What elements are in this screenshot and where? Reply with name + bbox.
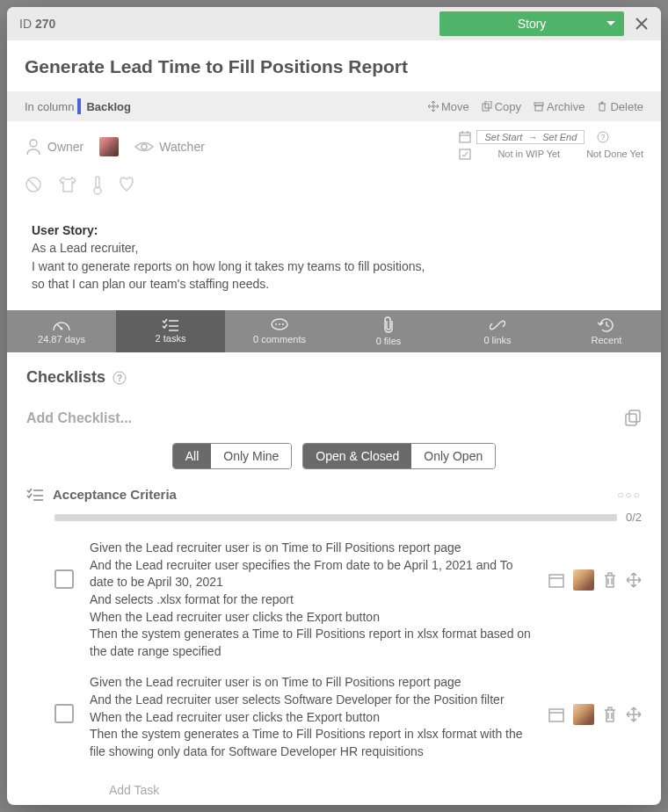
type-label: Story <box>518 17 547 31</box>
filter-open-closed[interactable]: Open & Closed <box>303 444 411 468</box>
template-button[interactable] <box>624 410 642 427</box>
move-icon[interactable] <box>626 707 642 722</box>
link-icon <box>490 317 505 333</box>
archive-icon <box>534 101 544 112</box>
filter-mine[interactable]: Only Mine <box>211 444 291 468</box>
trash-icon[interactable] <box>603 572 617 588</box>
calendar-icon[interactable] <box>548 572 564 588</box>
svg-point-4 <box>30 140 37 147</box>
card-modal: ID 270 Story Generate Lead Time to Fill … <box>7 7 661 805</box>
column-color-bar <box>77 98 81 114</box>
task-checkbox[interactable] <box>54 569 74 589</box>
block-icon[interactable] <box>25 176 42 195</box>
move-icon[interactable] <box>626 572 642 588</box>
svg-rect-3 <box>535 105 542 111</box>
id-value: 270 <box>35 17 55 31</box>
svg-rect-20 <box>626 414 636 425</box>
schedule-block: Set Start → Set End ? Not in WIP Yet Not… <box>459 130 643 163</box>
help-icon[interactable]: ? <box>113 371 127 385</box>
person-icon <box>25 138 42 156</box>
checklist-icon <box>26 489 44 501</box>
checklists-header: Checklists ? <box>7 352 661 402</box>
svg-rect-23 <box>549 709 563 721</box>
tab-files[interactable]: 0 files <box>334 310 443 352</box>
copy-button[interactable]: Copy <box>482 100 521 113</box>
card-title[interactable]: Generate Lead Time to Fill Positions Rep… <box>7 40 661 91</box>
svg-rect-22 <box>549 575 563 587</box>
description-line: As a Lead recruiter, <box>32 239 636 257</box>
gauge-icon <box>52 318 71 332</box>
add-task-button[interactable]: Add Task <box>26 767 642 805</box>
column-row: In column Backlog Move Copy Archive Dele… <box>7 91 661 121</box>
svg-point-15 <box>275 323 277 325</box>
thermometer-icon[interactable] <box>93 176 102 195</box>
task-text[interactable]: Given the Lead recruiter user is on Time… <box>90 540 533 660</box>
tab-recent[interactable]: Recent <box>552 310 661 352</box>
description-heading: User Story: <box>32 221 636 239</box>
eye-icon <box>134 141 154 153</box>
add-checklist-input[interactable]: Add Checklist... <box>26 410 132 426</box>
history-icon <box>598 317 615 333</box>
modal-header: ID 270 Story <box>7 7 661 40</box>
trash-icon[interactable] <box>603 707 617 722</box>
task-assignee-avatar[interactable] <box>573 704 594 725</box>
trash-icon <box>597 101 607 112</box>
chevron-down-icon <box>606 21 615 26</box>
chat-icon <box>271 318 288 332</box>
archive-button[interactable]: Archive <box>534 100 584 113</box>
date-range-input[interactable]: Set Start → Set End <box>476 130 584 144</box>
svg-point-5 <box>142 144 147 149</box>
filter-open[interactable]: Only Open <box>411 444 495 468</box>
task-assignee-avatar[interactable] <box>573 569 594 591</box>
tab-days[interactable]: 24.87 days <box>7 310 116 352</box>
filter-row: All Only Mine Open & Closed Only Open <box>7 439 661 482</box>
svg-text:?: ? <box>117 373 122 383</box>
heart-icon[interactable] <box>118 176 135 195</box>
help-icon[interactable]: ? <box>597 131 609 143</box>
svg-text:?: ? <box>601 133 606 141</box>
watcher-field[interactable]: Watcher <box>134 140 205 154</box>
not-done-label: Not Done Yet <box>586 149 643 159</box>
progress-count: 0/2 <box>626 511 642 524</box>
svg-rect-11 <box>96 177 99 188</box>
checklist-icon <box>162 319 179 331</box>
calendar-icon[interactable] <box>548 707 564 722</box>
paperclip-icon <box>382 316 395 334</box>
checklist-menu[interactable]: ○○○ <box>617 489 642 501</box>
tab-links[interactable]: 0 links <box>443 310 552 352</box>
checklist-name[interactable]: Acceptance Criteria <box>53 487 177 502</box>
id-label: ID <box>19 17 32 31</box>
checklist-title-row: Acceptance Criteria ○○○ <box>26 482 642 507</box>
filter-all[interactable]: All <box>173 444 212 468</box>
calendar-icon <box>459 131 471 143</box>
status-filter: Open & Closed Only Open <box>302 443 496 469</box>
owner-avatar[interactable] <box>99 137 119 156</box>
task-row: Given the Lead recruiter user is on Time… <box>26 533 642 667</box>
move-button[interactable]: Move <box>428 100 469 113</box>
task-text[interactable]: Given the Lead recruiter user is on Time… <box>90 674 533 760</box>
task-row: Given the Lead recruiter user is on Time… <box>26 667 642 767</box>
tab-tasks[interactable]: 2 tasks <box>116 310 225 352</box>
svg-point-16 <box>279 323 280 325</box>
move-icon <box>428 101 439 112</box>
in-column-label: In column <box>25 100 74 113</box>
svg-rect-9 <box>460 149 470 159</box>
calendar-check-icon <box>459 148 471 160</box>
description-area[interactable]: User Story: As a Lead recruiter, I want … <box>7 209 661 310</box>
task-checkbox[interactable] <box>54 704 74 723</box>
delete-button[interactable]: Delete <box>597 100 643 113</box>
progress-bar <box>54 514 617 521</box>
checklist-progress: 0/2 <box>54 511 642 524</box>
owner-field[interactable]: Owner <box>25 138 84 156</box>
description-line: I want to generate reports on how long i… <box>32 257 636 275</box>
shirt-icon[interactable] <box>58 176 77 195</box>
svg-point-17 <box>282 323 284 325</box>
attribute-icons <box>7 172 661 209</box>
type-selector[interactable]: Story <box>439 11 624 36</box>
copy-icon <box>482 101 492 112</box>
close-button[interactable] <box>635 17 649 31</box>
description-line: so that I can plan our team's staffing n… <box>32 275 636 293</box>
tab-comments[interactable]: 0 comments <box>225 310 334 352</box>
owner-row: Owner Watcher Set Start → Set End ? <box>7 121 661 172</box>
svg-rect-6 <box>460 133 470 142</box>
